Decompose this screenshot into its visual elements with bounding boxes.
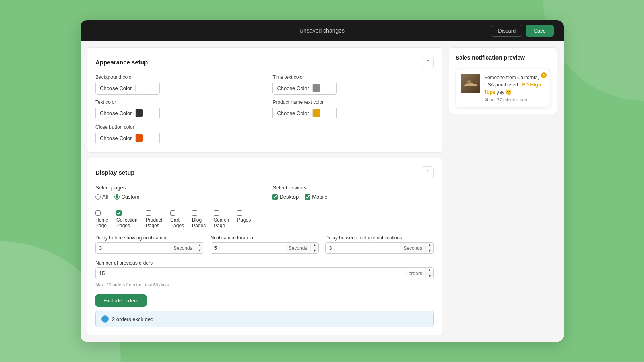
discard-button[interactable]: Discard (491, 25, 522, 37)
search-page-label[interactable]: SearchPage (214, 210, 229, 228)
select-pages-group: Select pages All Custom (95, 185, 256, 203)
exclude-orders-btn[interactable]: Exclude orders (95, 294, 147, 307)
text-color-field: Text color Choose Color (95, 99, 256, 119)
display-title: Display setup (95, 169, 135, 176)
product-name-color-btn[interactable]: Choose Color (272, 107, 337, 119)
save-button[interactable]: Save (526, 25, 554, 37)
pages-label[interactable]: Pages (237, 210, 251, 228)
home-page-checkbox[interactable] (95, 210, 101, 216)
notif-mid: purchased (494, 82, 520, 88)
notif-duration-down[interactable]: ▼ (311, 248, 318, 253)
shoe-icon (463, 79, 478, 88)
product-pages-label[interactable]: ProductPages (146, 210, 162, 228)
home-page-label[interactable]: HomePage (95, 210, 108, 228)
text-color-label: Text color (95, 99, 256, 105)
close-btn-color-swatch (135, 134, 143, 142)
display-collapse-btn[interactable]: ⌃ (422, 166, 434, 178)
delay-before-input[interactable] (96, 243, 170, 253)
radio-all[interactable] (95, 194, 101, 200)
time-text-color-swatch (312, 84, 320, 92)
blog-pages-label[interactable]: BlogPages (192, 210, 206, 228)
mobile-checkbox[interactable] (305, 194, 310, 200)
delay-between-label: Delay between multiple notifications (325, 235, 434, 241)
appearance-card-header: Appearance setup ⌃ (95, 56, 434, 68)
radio-custom-label[interactable]: Custom (114, 194, 139, 200)
product-pages-checkbox[interactable] (146, 210, 151, 216)
prev-orders-input[interactable] (96, 268, 405, 279)
close-btn-color-field: Close button color Choose Color (95, 124, 256, 144)
pages-devices-row: Select pages All Custom (95, 185, 434, 203)
prev-orders-unit: orders (405, 271, 425, 276)
prev-orders-label: Number of previous orders (95, 260, 434, 266)
shoe-thumbnail (461, 74, 480, 93)
prev-orders-up[interactable]: ▲ (426, 268, 433, 274)
time-text-color-btn[interactable]: Choose Color (272, 82, 337, 95)
desktop-checkbox[interactable] (272, 194, 278, 200)
delay-before-unit: Seconds (170, 243, 196, 253)
text-color-btn[interactable]: Choose Color (95, 107, 160, 119)
product-name-color-swatch (312, 109, 320, 117)
mobile-device-label[interactable]: Mobile (305, 194, 327, 200)
pages-radio-row: All Custom (95, 194, 256, 200)
notif-duration-unit: Seconds (285, 243, 311, 253)
radio-all-label[interactable]: All (95, 194, 108, 200)
device-checkboxes: Desktop Mobile (272, 194, 433, 200)
product-name-color-label: Product name text color (272, 99, 433, 105)
delay-before-input-wrap: Seconds ▲ ▼ (95, 242, 204, 254)
notif-prefix: Someone from (484, 75, 517, 80)
prev-orders-down[interactable]: ▼ (426, 274, 433, 279)
notif-close-dot[interactable] (541, 72, 547, 78)
orders-hint: Max. 20 orders from the past 60 days (95, 282, 434, 287)
desktop-label: Desktop (279, 194, 299, 200)
notif-suffix: yay 😊 (495, 89, 512, 95)
blog-pages-checkbox[interactable] (192, 210, 197, 216)
text-color-btn-text: Choose Color (100, 110, 132, 116)
delay-between-input-wrap: Seconds ▲ ▼ (325, 242, 434, 254)
delay-between-up[interactable]: ▲ (426, 243, 433, 248)
delay-before-up[interactable]: ▲ (196, 243, 204, 248)
search-page-text: SearchPage (214, 217, 229, 228)
delay-row: Delay before showing notification Second… (95, 235, 434, 254)
close-btn-color-btn[interactable]: Choose Color (95, 132, 160, 144)
home-page-text: HomePage (95, 217, 108, 228)
collection-pages-label[interactable]: CollectionPages (116, 210, 138, 228)
blog-pages-text: BlogPages (192, 217, 206, 228)
cart-pages-label[interactable]: CartPages (170, 210, 184, 228)
pages-checkbox[interactable] (237, 210, 242, 216)
notif-duration-input[interactable] (211, 243, 285, 253)
cart-pages-checkbox[interactable] (170, 210, 175, 216)
background-color-swatch (135, 84, 143, 92)
prev-orders-spinner: ▲ ▼ (425, 268, 433, 279)
cart-pages-text: CartPages (170, 217, 184, 228)
delay-before-spinner: ▲ ▼ (196, 243, 204, 253)
radio-custom[interactable] (114, 194, 120, 200)
select-devices-label: Select devices (272, 185, 433, 191)
delay-before-down[interactable]: ▼ (196, 248, 204, 253)
desktop-device-label[interactable]: Desktop (272, 194, 299, 200)
delay-between-spinner: ▲ ▼ (425, 243, 433, 253)
collection-pages-checkbox[interactable] (116, 210, 122, 216)
pages-text: Pages (237, 217, 251, 223)
preview-title: Sales notification preview (456, 54, 550, 61)
select-pages-label: Select pages (95, 185, 256, 191)
time-text-color-label: Time text color (272, 74, 433, 80)
left-panel: Appearance setup ⌃ Background color Choo… (87, 47, 442, 335)
background-color-btn[interactable]: Choose Color (95, 82, 160, 95)
select-devices-group: Select devices Desktop Mobile (272, 185, 433, 203)
delay-between-down[interactable]: ▼ (426, 248, 433, 253)
notif-duration-up[interactable]: ▲ (311, 243, 318, 248)
appearance-collapse-btn[interactable]: ⌃ (422, 56, 434, 68)
delay-before-field: Delay before showing notification Second… (95, 235, 204, 254)
delay-between-input[interactable] (326, 243, 400, 253)
excluded-notice-text: 2 orders excluded (112, 316, 153, 322)
preview-card: Sales notification preview (449, 47, 557, 114)
search-page-checkbox[interactable] (214, 210, 219, 216)
notif-time: About 37 minutes ago (484, 97, 545, 102)
product-name-color-btn-text: Choose Color (277, 110, 309, 116)
close-btn-color-btn-text: Choose Color (100, 135, 132, 141)
time-text-color-btn-text: Choose Color (277, 85, 309, 91)
notif-duration-field: Notification duration Seconds ▲ ▼ (211, 235, 319, 254)
background-color-field: Background color Choose Color (95, 74, 256, 95)
radio-all-text: All (102, 194, 108, 200)
delay-between-unit: Seconds (400, 243, 425, 253)
